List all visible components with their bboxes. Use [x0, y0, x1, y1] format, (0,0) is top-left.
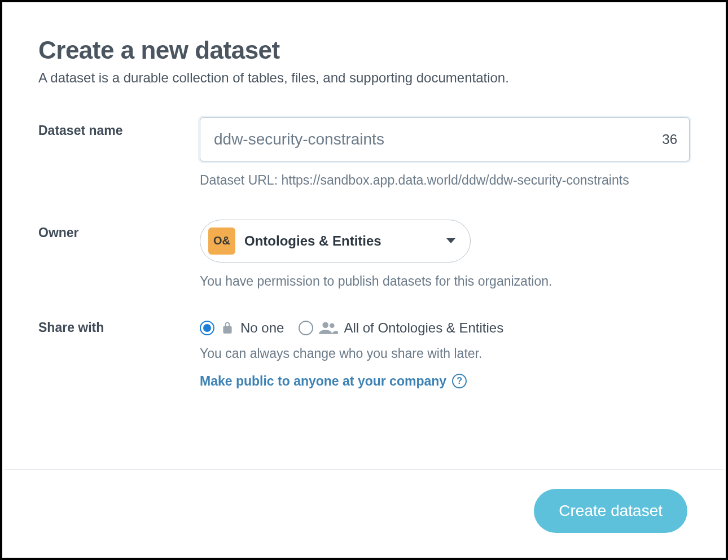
share-option-all[interactable]: All of Ontologies & Entities — [299, 320, 503, 336]
help-icon[interactable]: ? — [452, 374, 467, 388]
people-icon — [319, 321, 338, 335]
share-label: Share with — [38, 320, 200, 335]
share-row: Share with No one All of Ontologies & En… — [38, 320, 690, 389]
share-option-all-label: All of Ontologies & Entities — [344, 320, 503, 336]
radio-checked-icon — [200, 321, 214, 335]
create-dataset-button[interactable]: Create dataset — [534, 489, 687, 533]
share-hint: You can always change who you share with… — [200, 344, 690, 364]
chevron-down-icon — [446, 238, 455, 243]
dialog-footer: Create dataset — [5, 469, 723, 555]
owner-row: Owner O& Ontologies & Entities You have … — [38, 220, 690, 291]
page-subtitle: A dataset is a durable collection of tab… — [38, 70, 690, 86]
svg-point-1 — [330, 323, 335, 329]
owner-avatar: O& — [208, 228, 235, 255]
dataset-name-row: Dataset name 36 Dataset URL: https://san… — [38, 117, 690, 190]
dataset-name-input[interactable] — [200, 117, 690, 161]
dataset-name-label: Dataset name — [38, 117, 200, 138]
radio-unchecked-icon — [299, 321, 313, 335]
dataset-url-hint: Dataset URL: https://sandbox.app.data.wo… — [200, 170, 690, 190]
page-title: Create a new dataset — [38, 36, 690, 64]
owner-label: Owner — [38, 220, 200, 240]
char-remaining: 36 — [662, 132, 677, 147]
svg-point-0 — [323, 322, 329, 328]
make-public-link-text: Make public to anyone at your company — [200, 374, 446, 389]
make-public-link[interactable]: Make public to anyone at your company ? — [200, 374, 467, 389]
owner-selected-name: Ontologies & Entities — [244, 233, 429, 249]
owner-hint: You have permission to publish datasets … — [200, 272, 690, 291]
share-option-no-one[interactable]: No one — [200, 320, 284, 336]
owner-select[interactable]: O& Ontologies & Entities — [200, 220, 471, 262]
lock-icon — [220, 320, 235, 336]
share-option-no-one-label: No one — [240, 320, 284, 336]
